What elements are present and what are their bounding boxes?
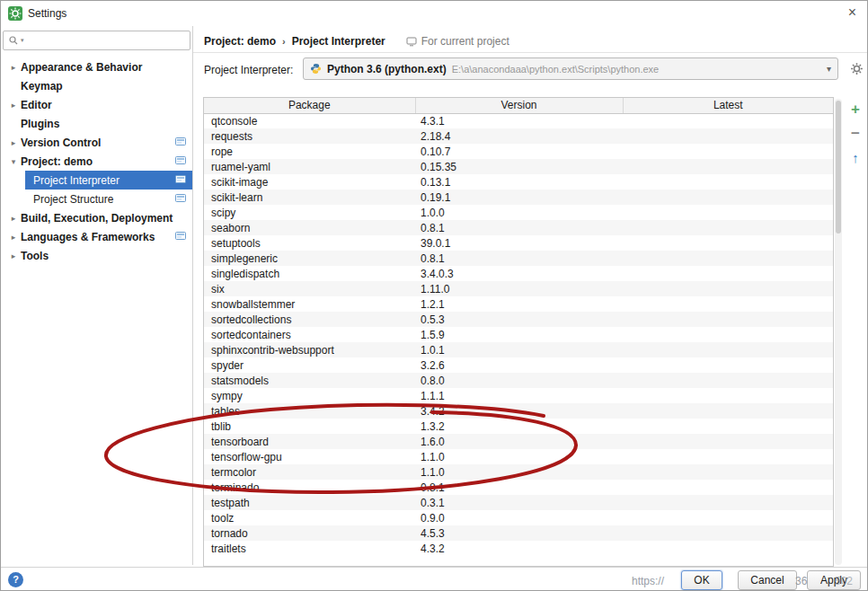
table-row[interactable]: statsmodels0.8.0: [204, 373, 833, 388]
watermark-text: 36: [795, 575, 807, 587]
package-cell: traitlets: [204, 541, 415, 556]
help-button[interactable]: ?: [8, 572, 23, 587]
upgrade-package-button[interactable]: ↑: [846, 148, 865, 168]
sidebar-item-build-execution-deployment[interactable]: ▸Build, Execution, Deployment: [1, 208, 192, 227]
table-header-row: Package Version Latest: [204, 98, 833, 113]
table-row[interactable]: tensorboard1.6.0: [204, 434, 833, 449]
table-row[interactable]: sphinxcontrib-websupport1.0.1: [204, 342, 833, 357]
table-row[interactable]: testpath0.3.1: [204, 495, 833, 510]
sidebar-item-label: Appearance & Behavior: [21, 61, 142, 74]
version-cell: 1.1.1: [415, 388, 623, 403]
table-row[interactable]: tblib1.3.2: [204, 419, 833, 434]
package-toolbar: + − ↑: [846, 100, 865, 168]
table-row[interactable]: setuptools39.0.1: [204, 235, 833, 251]
table-row[interactable]: scikit-learn0.19.1: [204, 190, 833, 205]
table-row[interactable]: sortedcontainers1.5.9: [204, 327, 833, 342]
table-row[interactable]: toolz0.9.0: [204, 510, 833, 525]
for-current-project-icon: [406, 36, 417, 47]
chevron-down-icon[interactable]: ▾: [8, 157, 19, 166]
version-cell: 1.0.0: [415, 205, 623, 220]
version-cell: 0.10.7: [415, 144, 623, 159]
sidebar-item-tools[interactable]: ▸Tools: [1, 246, 192, 265]
table-scrollbar[interactable]: [835, 99, 842, 565]
version-cell: 39.0.1: [415, 235, 623, 251]
table-row[interactable]: rope0.10.7: [204, 144, 833, 159]
interpreter-select[interactable]: Python 3.6 (python.ext) E:\a\anacondaaa\…: [303, 57, 838, 80]
sidebar-item-languages-frameworks[interactable]: ▸Languages & Frameworks: [1, 227, 192, 246]
table-row[interactable]: qtconsole4.3.1: [204, 113, 833, 128]
latest-cell: [623, 464, 833, 480]
version-cell: 0.8.1: [415, 251, 623, 266]
settings-icon: [8, 6, 22, 21]
python-icon: [310, 63, 322, 75]
version-cell: 0.3.1: [415, 495, 623, 510]
table-row[interactable]: spyder3.2.6: [204, 357, 833, 373]
package-cell: testpath: [204, 495, 415, 510]
sidebar-item-editor[interactable]: ▸Editor: [1, 95, 192, 114]
version-cell: 4.3.1: [415, 113, 623, 128]
latest-cell: [623, 525, 833, 541]
chevron-down-icon[interactable]: ▾: [827, 64, 831, 74]
table-row[interactable]: scipy1.0.0: [204, 205, 833, 220]
settings-search-input[interactable]: [26, 32, 185, 49]
package-cell: statsmodels: [204, 373, 415, 388]
table-row[interactable]: sympy1.1.1: [204, 388, 833, 403]
breadcrumb-page[interactable]: Project Interpreter: [292, 35, 385, 48]
table-row[interactable]: requests2.18.4: [204, 128, 833, 144]
sidebar-item-plugins[interactable]: Plugins: [1, 114, 192, 133]
sidebar-item-appearance-behavior[interactable]: ▸Appearance & Behavior: [1, 57, 192, 76]
package-cell: tornado: [204, 525, 415, 541]
chevron-right-icon[interactable]: ▸: [8, 251, 19, 260]
breadcrumb-separator: ›: [282, 36, 286, 47]
table-row[interactable]: tables3.4.2: [204, 403, 833, 419]
column-header-latest: Latest: [623, 98, 833, 113]
chevron-right-icon[interactable]: ▸: [8, 233, 19, 242]
sidebar-item-version-control[interactable]: ▸Version Control: [1, 133, 192, 152]
table-row[interactable]: singledispatch3.4.0.3: [204, 266, 833, 281]
package-cell: sphinxcontrib-websupport: [204, 342, 415, 357]
sidebar-item-project-demo[interactable]: ▾Project: demo: [1, 152, 192, 171]
table-row[interactable]: six1.11.0: [204, 281, 833, 296]
interpreter-label: Project Interpreter:: [204, 60, 293, 80]
scrollbar-thumb[interactable]: [836, 101, 841, 234]
search-filter-caret-icon[interactable]: ▾: [21, 37, 24, 44]
sidebar-item-project-interpreter[interactable]: Project Interpreter: [1, 171, 192, 190]
sidebar-item-keymap[interactable]: Keymap: [1, 76, 192, 95]
chevron-right-icon[interactable]: ▸: [8, 138, 19, 147]
table-row[interactable]: seaborn0.8.1: [204, 220, 833, 235]
table-row[interactable]: terminado0.8.1: [204, 480, 833, 495]
table-row[interactable]: termcolor1.1.0: [204, 464, 833, 480]
ok-button[interactable]: OK: [681, 570, 722, 590]
add-package-button[interactable]: +: [846, 100, 865, 119]
package-cell: singledispatch: [204, 266, 415, 281]
package-cell: sympy: [204, 388, 415, 403]
package-cell: setuptools: [204, 235, 415, 251]
table-row[interactable]: scikit-image0.13.1: [204, 174, 833, 190]
latest-cell: [623, 266, 833, 281]
latest-cell: [623, 510, 833, 525]
version-cell: 4.5.3: [415, 525, 623, 541]
close-icon[interactable]: ×: [848, 4, 856, 21]
chevron-right-icon[interactable]: ▸: [8, 101, 19, 110]
cancel-button[interactable]: Cancel: [738, 570, 797, 590]
settings-search-box[interactable]: ▾: [3, 31, 190, 50]
remove-package-button[interactable]: −: [846, 124, 865, 144]
latest-cell: [623, 480, 833, 495]
current-project-icon: [175, 137, 186, 147]
chevron-right-icon[interactable]: ▸: [8, 214, 19, 223]
table-row[interactable]: tornado4.5.3: [204, 525, 833, 541]
table-row[interactable]: tensorflow-gpu1.1.0: [204, 449, 833, 464]
chevron-right-icon[interactable]: ▸: [8, 63, 19, 72]
table-row[interactable]: simplegeneric0.8.1: [204, 251, 833, 266]
sidebar-item-project-structure[interactable]: Project Structure: [1, 190, 192, 208]
table-row[interactable]: snowballstemmer1.2.1: [204, 296, 833, 312]
package-table-body: qtconsole4.3.1requests2.18.4rope0.10.7ru…: [204, 113, 833, 556]
table-row[interactable]: sortedcollections0.5.3: [204, 312, 833, 327]
latest-cell: [623, 312, 833, 327]
breadcrumb-project[interactable]: Project: demo: [204, 35, 276, 48]
search-icon: [8, 35, 19, 46]
table-row[interactable]: traitlets4.3.2: [204, 541, 833, 556]
table-row[interactable]: ruamel-yaml0.15.35: [204, 159, 833, 174]
version-cell: 1.5.9: [415, 327, 623, 342]
interpreter-gear-button[interactable]: [846, 57, 867, 80]
